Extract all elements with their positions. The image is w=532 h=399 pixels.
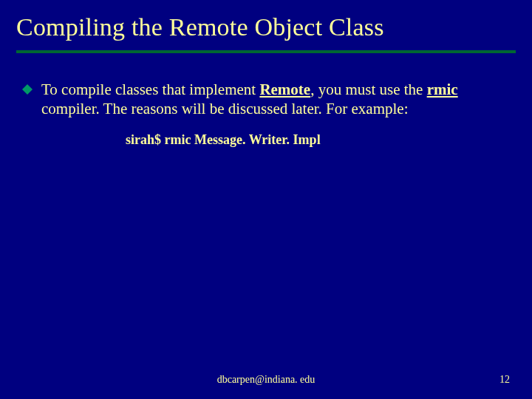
text-segment: , you must use the	[310, 81, 427, 98]
footer-email: dbcarpen@indiana. edu	[0, 374, 532, 386]
bullet-text: To compile classes that implement Remote…	[41, 80, 510, 119]
slide: Compiling the Remote Object Class To com…	[0, 0, 532, 399]
code-example: sirah$ rmic Message. Writer. Impl	[126, 132, 510, 148]
diamond-bullet-icon	[22, 80, 41, 95]
page-number: 12	[499, 374, 510, 386]
bullet-item: To compile classes that implement Remote…	[22, 80, 510, 119]
text-segment: compiler. The reasons will be discussed …	[41, 100, 409, 117]
keyword-rmic: rmic	[427, 81, 458, 98]
text-segment: To compile classes that implement	[41, 81, 259, 98]
slide-title: Compiling the Remote Object Class	[16, 13, 384, 41]
title-divider	[16, 50, 516, 53]
keyword-remote: Remote	[259, 81, 310, 98]
slide-body: To compile classes that implement Remote…	[22, 80, 510, 148]
svg-marker-0	[22, 84, 33, 95]
